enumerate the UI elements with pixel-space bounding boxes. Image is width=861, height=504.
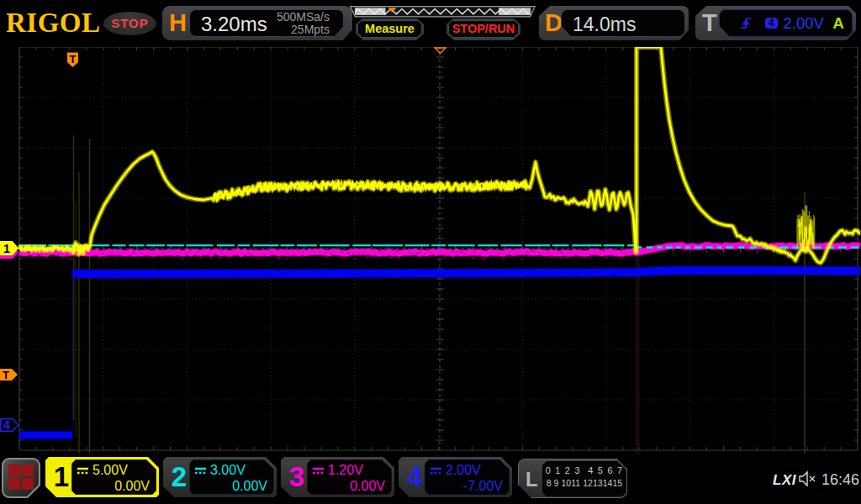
- svg-text:4: 4: [3, 418, 10, 432]
- svg-text:T: T: [3, 369, 9, 381]
- svg-text:T: T: [70, 53, 77, 66]
- svg-text:1: 1: [3, 241, 10, 255]
